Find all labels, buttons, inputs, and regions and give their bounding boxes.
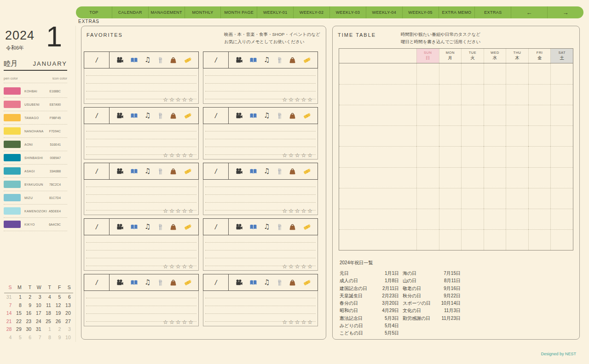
schedule-cell[interactable] — [461, 105, 484, 125]
calendar-date[interactable]: 7 — [4, 301, 14, 310]
memo-date-field[interactable]: / — [203, 163, 229, 179]
memo-line[interactable] — [205, 250, 316, 258]
schedule-cell[interactable] — [528, 105, 551, 125]
schedule-cell[interactable] — [416, 167, 439, 188]
memo-line[interactable] — [86, 306, 196, 314]
memo-line[interactable] — [86, 139, 196, 147]
time-cell[interactable] — [339, 209, 416, 229]
schedule-cell[interactable] — [528, 125, 551, 146]
memo-line[interactable] — [205, 306, 316, 314]
tab-weekly-05[interactable]: WEEKLY-05 — [402, 6, 439, 18]
memo-line[interactable] — [86, 68, 196, 76]
star-rating[interactable]: ☆☆☆☆☆ — [282, 319, 314, 325]
schedule-cell[interactable] — [550, 63, 573, 84]
schedule-cell[interactable] — [484, 84, 506, 105]
tab-monthly[interactable]: MONTHLY — [185, 6, 221, 18]
schedule-cell[interactable] — [439, 63, 462, 84]
calendar-date[interactable]: 25 — [44, 318, 53, 326]
calendar-date[interactable]: 2 — [53, 325, 63, 334]
calendar-date[interactable]: 13 — [63, 301, 73, 310]
tab-weekly-04[interactable]: WEEKLY-04 — [366, 6, 402, 18]
schedule-cell[interactable] — [550, 84, 573, 105]
star-rating[interactable]: ☆☆☆☆☆ — [163, 208, 195, 214]
calendar-date[interactable]: 21 — [4, 318, 14, 326]
schedule-cell[interactable] — [439, 167, 462, 188]
memo-line[interactable] — [205, 179, 316, 187]
tab-month-page[interactable]: MONTH PAGE — [220, 6, 257, 18]
memo-line[interactable] — [86, 76, 196, 84]
memo-date-field[interactable]: / — [84, 274, 110, 290]
memo-lines[interactable]: ☆☆☆☆☆ — [84, 290, 198, 326]
calendar-date[interactable]: 31 — [34, 325, 43, 334]
star-rating[interactable]: ☆☆☆☆☆ — [163, 263, 195, 270]
schedule-cell[interactable] — [416, 105, 439, 125]
memo-lines[interactable]: ☆☆☆☆☆ — [84, 179, 198, 215]
schedule-cell[interactable] — [528, 167, 551, 188]
calendar-date[interactable]: 31 — [4, 293, 14, 301]
nav-back-arrow[interactable]: ← — [511, 6, 547, 18]
calendar-date[interactable]: 6 — [63, 293, 73, 301]
calendar-date[interactable]: 17 — [34, 309, 43, 318]
schedule-cell[interactable] — [461, 209, 484, 229]
calendar-date[interactable]: 26 — [53, 318, 63, 326]
memo-line[interactable] — [205, 124, 316, 131]
schedule-cell[interactable] — [484, 63, 506, 84]
calendar-date[interactable]: 3 — [34, 293, 43, 301]
calendar-date[interactable]: 20 — [63, 309, 73, 318]
memo-line[interactable] — [205, 235, 316, 243]
memo-lines[interactable]: ☆☆☆☆☆ — [203, 290, 318, 326]
memo-line[interactable] — [205, 68, 316, 76]
memo-line[interactable] — [86, 179, 196, 187]
tab-weekly-02[interactable]: WEEKLY-02 — [293, 6, 329, 18]
schedule-cell[interactable] — [484, 125, 506, 146]
schedule-cell[interactable] — [461, 84, 484, 105]
memo-line[interactable] — [86, 298, 196, 306]
memo-line[interactable] — [205, 84, 316, 91]
memo-line[interactable] — [86, 243, 196, 250]
calendar-date[interactable]: 10 — [63, 334, 73, 342]
memo-lines[interactable]: ☆☆☆☆☆ — [203, 235, 318, 270]
calendar-date[interactable]: 4 — [4, 334, 14, 342]
schedule-cell[interactable] — [550, 125, 573, 146]
tab-weekly-03[interactable]: WEEKLY-03 — [329, 6, 366, 18]
calendar-date[interactable]: 8 — [44, 334, 53, 342]
schedule-cell[interactable] — [484, 209, 506, 229]
schedule-cell[interactable] — [550, 146, 573, 167]
memo-line[interactable] — [205, 131, 316, 139]
calendar-date[interactable]: 15 — [14, 309, 23, 318]
memo-line[interactable] — [86, 195, 196, 203]
memo-lines[interactable]: ☆☆☆☆☆ — [84, 124, 198, 159]
memo-line[interactable] — [205, 290, 316, 298]
schedule-cell[interactable] — [506, 167, 528, 188]
tab-management[interactable]: MANAGEMENT — [148, 6, 185, 18]
schedule-cell[interactable] — [416, 84, 439, 105]
schedule-cell[interactable] — [484, 229, 506, 250]
schedule-cell[interactable] — [484, 146, 506, 167]
calendar-date[interactable]: 1 — [44, 325, 53, 334]
schedule-cell[interactable] — [506, 105, 528, 125]
memo-lines[interactable]: ☆☆☆☆☆ — [203, 179, 318, 215]
memo-date-field[interactable]: / — [203, 52, 229, 68]
time-cell[interactable] — [339, 125, 416, 146]
calendar-date[interactable]: 14 — [4, 309, 14, 318]
calendar-date[interactable]: 9 — [53, 334, 63, 342]
nav-forward-arrow[interactable]: → — [547, 6, 583, 18]
schedule-cell[interactable] — [416, 146, 439, 167]
schedule-cell[interactable] — [528, 229, 551, 250]
memo-line[interactable] — [205, 139, 316, 147]
schedule-cell[interactable] — [439, 209, 462, 229]
tab-top[interactable]: TOP — [76, 6, 112, 18]
schedule-cell[interactable] — [484, 188, 506, 209]
schedule-cell[interactable] — [416, 63, 439, 84]
time-cell[interactable] — [339, 167, 416, 188]
calendar-date[interactable]: 28 — [4, 325, 14, 334]
schedule-cell[interactable] — [550, 229, 573, 250]
calendar-date[interactable]: 30 — [24, 325, 34, 334]
memo-line[interactable] — [86, 131, 196, 139]
schedule-cell[interactable] — [528, 209, 551, 229]
schedule-cell[interactable] — [461, 167, 484, 188]
schedule-cell[interactable] — [528, 188, 551, 209]
memo-date-field[interactable]: / — [84, 52, 110, 68]
schedule-cell[interactable] — [506, 229, 528, 250]
memo-line[interactable] — [205, 298, 316, 306]
